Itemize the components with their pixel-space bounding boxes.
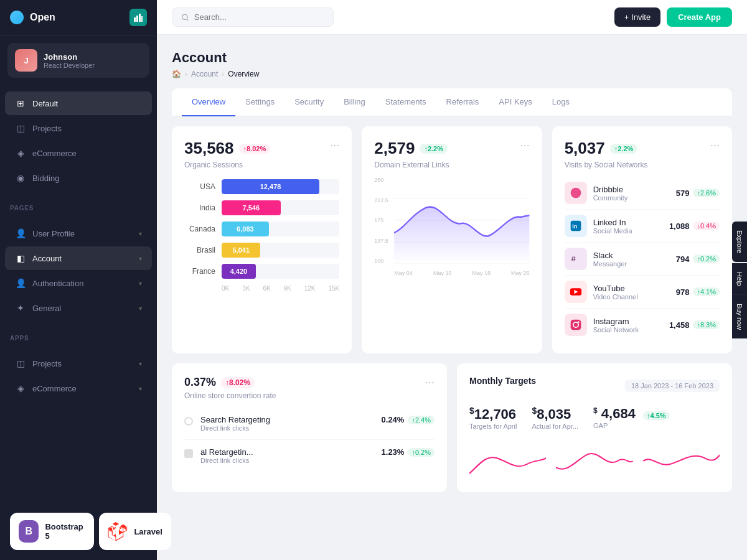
sessions-menu[interactable]: ··· bbox=[330, 139, 339, 152]
actual-april: $8,035 Actual for Apr... bbox=[532, 406, 578, 430]
domain-links-menu[interactable]: ··· bbox=[520, 139, 530, 152]
page-title: Account bbox=[172, 50, 732, 66]
apps-ecommerce-icon: ◈ bbox=[15, 383, 26, 394]
app-logo[interactable]: Open bbox=[10, 11, 55, 24]
mini-charts bbox=[469, 442, 720, 480]
line-chart: 250212.5175137.5100 bbox=[374, 177, 529, 276]
account-icon: ◧ bbox=[15, 253, 26, 264]
tab-settings[interactable]: Settings bbox=[235, 88, 284, 116]
svg-point-18 bbox=[578, 321, 580, 323]
domain-links-badge: ↑2.2% bbox=[420, 144, 448, 154]
monthly-targets-card: Monthly Targets 18 Jan 2023 - 16 Feb 202… bbox=[457, 363, 732, 492]
sidebar-item-user-profile[interactable]: 👤 User Profile ▾ bbox=[5, 222, 152, 245]
svg-rect-1 bbox=[136, 16, 138, 22]
tabs: Overview Settings Security Billing State… bbox=[172, 88, 732, 116]
sidebar-item-default[interactable]: ⊞ Default bbox=[5, 91, 152, 115]
breadcrumb-sep2: › bbox=[222, 70, 224, 78]
user-info: Johnson React Developer bbox=[44, 52, 95, 69]
sessions-label: Organic Sessions bbox=[184, 161, 270, 169]
main-nav: ⊞ Default ◫ Projects ◈ eCommerce ◉ Biddi… bbox=[0, 85, 157, 196]
tab-security[interactable]: Security bbox=[284, 88, 334, 116]
social-visits-badge: ↑2.2% bbox=[610, 144, 638, 154]
sidebar-header: Open bbox=[0, 0, 157, 35]
gap-badge: ↑4.5% bbox=[643, 411, 670, 420]
apps-nav: ◫ Projects ▾ ◈ eCommerce ▾ bbox=[0, 345, 157, 406]
svg-text:#: # bbox=[571, 254, 576, 263]
tab-referrals[interactable]: Referrals bbox=[436, 88, 489, 116]
target-april: $12,706 Targets for April bbox=[469, 406, 517, 430]
dribbble-icon bbox=[565, 182, 587, 204]
tab-logs[interactable]: Logs bbox=[542, 88, 580, 116]
tab-statements[interactable]: Statements bbox=[375, 88, 436, 116]
conv-badge: ↑8.02% bbox=[221, 377, 255, 388]
youtube-icon bbox=[565, 281, 587, 303]
apps-section-label: APPS bbox=[0, 326, 157, 345]
projects-icon: ◫ bbox=[15, 123, 26, 134]
social-visits-card: 5,037 ↑2.2% Visits by Social Networks ··… bbox=[552, 126, 732, 353]
targets-title: Monthly Targets bbox=[469, 376, 536, 386]
logo-icon bbox=[10, 11, 24, 24]
chart-icon[interactable] bbox=[129, 9, 147, 26]
sidebar-item-account[interactable]: ◧ Account ▾ bbox=[5, 246, 152, 270]
sidebar-item-apps-ecommerce[interactable]: ◈ eCommerce ▾ bbox=[5, 376, 152, 400]
mini-chart-1 bbox=[469, 442, 546, 480]
social-visits-label: Visits by Social Networks bbox=[565, 161, 648, 169]
sidebar-item-label: Projects bbox=[32, 124, 62, 133]
create-app-button[interactable]: Create App bbox=[667, 7, 732, 27]
mini-chart-2 bbox=[556, 442, 632, 480]
social-dribbble: Dribbble Community 579 ↑2.6% bbox=[565, 177, 720, 210]
search-input[interactable] bbox=[194, 12, 324, 22]
sidebar-item-ecommerce[interactable]: ◈ eCommerce bbox=[5, 141, 152, 165]
svg-point-10 bbox=[570, 188, 581, 198]
chevron-down-icon: ▾ bbox=[139, 305, 142, 312]
social-instagram: Instagram Social Network 1,458 ↑8.3% bbox=[565, 309, 720, 341]
bootstrap-card[interactable]: B Bootstrap 5 bbox=[10, 513, 94, 550]
sidebar-item-label: Projects bbox=[32, 359, 62, 368]
invite-button[interactable]: + Invite bbox=[614, 7, 660, 27]
conv-menu[interactable]: ··· bbox=[425, 376, 435, 389]
gap-block: $ 4,684 ↑4.5% GAP bbox=[593, 406, 670, 430]
explore-label[interactable]: Explore bbox=[732, 222, 747, 262]
laravel-icon bbox=[108, 521, 128, 541]
retargeting-list: Search Retargeting Direct link clicks 0.… bbox=[184, 408, 435, 472]
sidebar-item-authentication[interactable]: 👤 Authentication ▾ bbox=[5, 271, 152, 295]
tab-overview[interactable]: Overview bbox=[182, 88, 235, 116]
sidebar-item-label: General bbox=[32, 304, 61, 313]
domain-links-value: 2,579 ↑2.2% bbox=[374, 139, 449, 158]
user-card[interactable]: J Johnson React Developer bbox=[7, 43, 149, 78]
page-header: Account 🏠 › Account › Overview bbox=[172, 50, 732, 78]
app-name: Open bbox=[30, 12, 55, 23]
help-label[interactable]: Help bbox=[732, 263, 747, 295]
svg-text:in: in bbox=[572, 223, 578, 230]
bootstrap-icon: B bbox=[19, 520, 39, 543]
bidding-icon: ◉ bbox=[15, 172, 26, 184]
svg-rect-0 bbox=[134, 17, 136, 22]
sidebar-item-label: eCommerce bbox=[32, 149, 77, 158]
sidebar-item-bidding[interactable]: ◉ Bidding bbox=[5, 166, 152, 190]
svg-rect-16 bbox=[570, 320, 581, 330]
tab-billing[interactable]: Billing bbox=[334, 88, 375, 116]
mini-chart-3 bbox=[643, 442, 720, 480]
search-box[interactable] bbox=[172, 7, 334, 27]
sidebar-item-projects[interactable]: ◫ Projects bbox=[5, 116, 152, 140]
chevron-down-icon: ▾ bbox=[139, 385, 142, 392]
user-profile-icon: 👤 bbox=[15, 228, 26, 239]
retarget-row-1: Search Retargeting Direct link clicks 0.… bbox=[184, 408, 435, 440]
bar-chart: USA 12,478 India 7,546 Canada 6,083 Bras… bbox=[184, 179, 339, 292]
laravel-card[interactable]: Laravel bbox=[99, 513, 171, 550]
sidebar-item-apps-projects[interactable]: ◫ Projects ▾ bbox=[5, 352, 152, 375]
sessions-card: 35,568 ↑8.02% Organic Sessions ··· USA 1… bbox=[172, 126, 352, 353]
breadcrumb-account[interactable]: Account bbox=[191, 70, 218, 78]
tab-api-keys[interactable]: API Keys bbox=[489, 88, 542, 116]
social-youtube: YouTube Video Channel 978 ↑4.1% bbox=[565, 276, 720, 309]
buy-now-label[interactable]: Buy now bbox=[732, 295, 747, 338]
side-labels: Explore Help Buy now bbox=[732, 222, 747, 338]
breadcrumb-home-icon[interactable]: 🏠 bbox=[172, 70, 181, 78]
linkedin-icon: in bbox=[565, 215, 587, 237]
social-visits-menu[interactable]: ··· bbox=[710, 139, 720, 152]
social-list: Dribbble Community 579 ↑2.6% in bbox=[565, 177, 720, 341]
sidebar-item-general[interactable]: ✦ General ▾ bbox=[5, 296, 152, 320]
line-chart-svg bbox=[394, 177, 529, 264]
grid-icon: ⊞ bbox=[15, 98, 26, 109]
svg-point-4 bbox=[182, 14, 187, 19]
